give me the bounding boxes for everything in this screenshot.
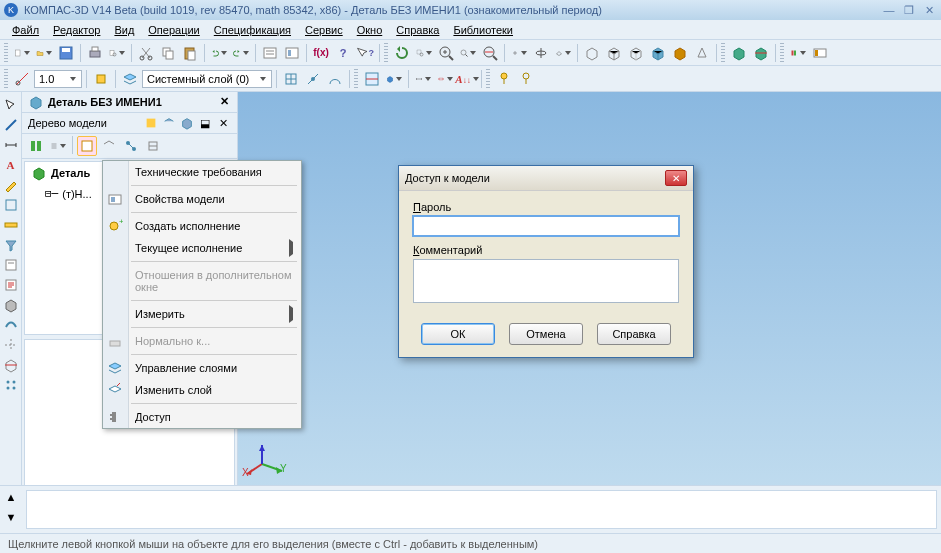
tool-text-icon[interactable]: A [2,156,20,174]
preview-button[interactable] [107,43,127,63]
tool-param-icon[interactable] [2,196,20,214]
refresh-button[interactable] [392,43,412,63]
bp-tool-up[interactable]: ▲ [2,488,20,506]
menu-tech-req[interactable]: Технические требования [103,161,301,183]
toolbar-grip[interactable] [354,69,358,89]
orient-button[interactable] [553,43,573,63]
hidden-button[interactable] [604,43,624,63]
whatsthis-button[interactable]: ? [355,43,375,63]
zoom-in-button[interactable] [436,43,456,63]
tree-tool-2[interactable] [161,115,177,131]
marker-button[interactable] [494,69,514,89]
menu-operations[interactable]: Операции [142,22,205,38]
menu-model-props[interactable]: Свойства модели [103,188,301,210]
tool-line-icon[interactable] [2,116,20,134]
tool-measure-icon[interactable] [2,216,20,234]
hidden-dim-button[interactable] [626,43,646,63]
dialog-titlebar[interactable]: Доступ к модели ✕ [399,166,693,191]
zoom-fit-button[interactable] [458,43,478,63]
menu-create-exec[interactable]: +Создать исполнение [103,215,301,237]
password-input[interactable] [413,216,679,236]
save-button[interactable] [56,43,76,63]
tree-btn-1[interactable] [26,136,46,156]
dim2-button[interactable] [435,69,455,89]
tree-tool-1[interactable] [143,115,159,131]
menu-service[interactable]: Сервис [299,22,349,38]
tree-btn-5[interactable] [121,136,141,156]
menu-measure[interactable]: Измерить [103,303,301,325]
edit1-button[interactable] [362,69,382,89]
print-button[interactable] [85,43,105,63]
libs-button[interactable] [788,43,808,63]
undo-button[interactable] [209,43,229,63]
text-button[interactable]: A↓↓ [457,69,477,89]
edit2-button[interactable] [384,69,404,89]
help-button[interactable]: ? [333,43,353,63]
simplify-button[interactable] [729,43,749,63]
cancel-button[interactable]: Отмена [509,323,583,345]
layer-select[interactable]: Системный слой (0) [142,70,272,88]
menu-help[interactable]: Справка [390,22,445,38]
tree-btn-2[interactable] [48,136,68,156]
close-window-button[interactable]: ✕ [921,3,937,17]
variables-button[interactable]: f(x) [311,43,331,63]
menu-access[interactable]: Доступ [103,406,301,428]
marker2-button[interactable] [516,69,536,89]
tool-select-icon[interactable] [2,96,20,114]
dim1-button[interactable] [413,69,433,89]
new-doc-button[interactable] [12,43,32,63]
op2-button[interactable] [303,69,323,89]
tool-aux-icon[interactable] [2,336,20,354]
menu-current-exec[interactable]: Текущее исполнение [103,237,301,259]
op1-button[interactable] [281,69,301,89]
zoom-window-button[interactable] [414,43,434,63]
ok-button[interactable]: ОК [421,323,495,345]
properties-button[interactable] [260,43,280,63]
tool-filter-icon[interactable] [2,236,20,254]
help-button[interactable]: Справка [597,323,671,345]
menu-layer-mgmt[interactable]: Управление слоями [103,357,301,379]
layer-icon[interactable] [120,69,140,89]
copy-button[interactable] [158,43,178,63]
bp-tool-down[interactable]: ▼ [2,508,20,526]
shaded-wire-button[interactable] [648,43,668,63]
close-tab-icon[interactable]: ✕ [217,95,231,109]
tree-pin-icon[interactable]: ⬓ [197,115,213,131]
toolbar-grip[interactable] [486,69,490,89]
menu-window[interactable]: Окно [351,22,389,38]
comment-textarea[interactable] [413,259,679,303]
tool-edit-icon[interactable] [2,176,20,194]
toolbar-grip[interactable] [4,43,8,63]
rotate-button[interactable] [531,43,551,63]
tool-dim-icon[interactable] [2,136,20,154]
document-tab[interactable]: Деталь БЕЗ ИМЕНИ1 ✕ [22,92,237,113]
tool-spec-icon[interactable] [2,256,20,274]
maximize-button[interactable]: ❐ [901,3,917,17]
tool-3d-icon[interactable] [2,356,20,374]
tool-body-icon[interactable] [2,296,20,314]
menu-libs[interactable]: Библиотеки [447,22,519,38]
op3-button[interactable] [325,69,345,89]
dialog-close-button[interactable]: ✕ [665,170,687,186]
menu-edit[interactable]: Редактор [47,22,106,38]
lib-mgr-button[interactable] [810,43,830,63]
tool-array-icon[interactable] [2,376,20,394]
menu-file[interactable]: Файл [6,22,45,38]
wireframe-button[interactable] [582,43,602,63]
pan-button[interactable] [509,43,529,63]
ortho-button[interactable] [12,69,32,89]
tool-surf-icon[interactable] [2,316,20,334]
section-button[interactable] [751,43,771,63]
snap-toggle[interactable] [91,69,111,89]
properties2-button[interactable] [282,43,302,63]
shaded-button[interactable] [670,43,690,63]
scale-input[interactable]: 1.0 [34,70,82,88]
toolbar-grip[interactable] [721,43,725,63]
redo-button[interactable] [231,43,251,63]
minimize-button[interactable]: ― [881,3,897,17]
tree-btn-4[interactable] [99,136,119,156]
tool-report-icon[interactable] [2,276,20,294]
menu-change-layer[interactable]: Изменить слой [103,379,301,401]
perspective-button[interactable] [692,43,712,63]
menu-spec[interactable]: Спецификация [208,22,297,38]
